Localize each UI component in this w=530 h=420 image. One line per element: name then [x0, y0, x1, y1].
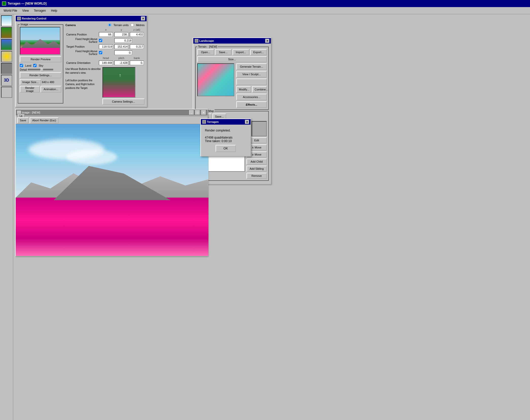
target-z-input[interactable]	[130, 44, 144, 49]
image-size-value: 640 x 480	[42, 81, 54, 84]
terrain-units-radio[interactable]	[108, 23, 111, 27]
landscape-close[interactable]: ✕	[265, 39, 269, 43]
rendering-control-titlebar: Rendering Control ✕	[16, 16, 147, 21]
cam-orientation-label: Camera Orientation	[65, 60, 98, 66]
image-group: Image Render Preview Land Sky Detail	[18, 24, 63, 104]
animation-button[interactable]: Animation...	[41, 86, 61, 92]
head-input[interactable]	[99, 61, 113, 65]
terrain-action-buttons: Generate Terrain... View / Sculpt... Mod…	[236, 63, 267, 108]
target-y-input[interactable]	[114, 44, 128, 49]
render-image-button[interactable]: Render Image	[20, 86, 40, 92]
ok-button[interactable]: OK	[216, 145, 236, 152]
image-win-close[interactable]: ✕	[201, 110, 206, 115]
rendering-control-title: Rendering Control	[22, 17, 46, 20]
fixed-height-2-label: Fixed Height Above Surface	[65, 49, 98, 56]
rendered-image	[16, 124, 208, 256]
modify-button[interactable]	[236, 79, 267, 85]
bank-input[interactable]	[130, 61, 144, 65]
fixed-height-2-checkbox[interactable]	[99, 51, 102, 54]
terrain-preview-image	[197, 63, 234, 96]
sidebar-map[interactable]	[1, 39, 12, 50]
remove-button[interactable]: Remove	[246, 173, 267, 179]
target-x-input[interactable]	[99, 44, 113, 49]
menu-help[interactable]: Help	[48, 8, 60, 13]
add-child-button[interactable]: Add Child	[246, 159, 267, 165]
accessories-button[interactable]: Accessories...	[236, 94, 267, 100]
view-sculpt-button[interactable]: View / Sculpt...	[236, 71, 267, 78]
sidebar-sun[interactable]	[1, 51, 12, 62]
pink-ground	[16, 198, 208, 256]
metres-label: Metres	[136, 24, 145, 27]
terragen-dialog-icon	[202, 120, 206, 124]
pitch-header: pitch	[114, 56, 129, 60]
camera-settings-table: x y z (alt) Camera Position Fixed Height…	[65, 28, 145, 66]
metres-radio[interactable]	[131, 23, 134, 27]
cam-y-input[interactable]	[114, 32, 128, 37]
abort-button[interactable]: Abort Render (Esc)	[30, 117, 59, 123]
sky-checkbox[interactable]	[33, 64, 37, 67]
cam-x-input[interactable]	[99, 32, 113, 37]
menu-view[interactable]: View	[20, 8, 31, 13]
terrain-open-button[interactable]: Open...	[197, 49, 214, 55]
detail-slider[interactable]	[28, 69, 53, 70]
sidebar-terrain[interactable]	[1, 27, 12, 38]
terragen-dialog-close[interactable]: ✕	[245, 120, 249, 124]
terrain-import-button[interactable]: Import...	[233, 49, 249, 55]
render-settings-button[interactable]: Render Settings...	[20, 72, 61, 78]
add-sibling-button[interactable]: Add Sibling	[246, 166, 267, 172]
combine-btn[interactable]: Combine...	[252, 86, 267, 93]
camera-settings-button[interactable]: Camera Settings...	[102, 99, 145, 105]
camera-group: Camera Terrain units Metres x y z (alt)	[65, 23, 145, 105]
fixed-height-1-checkbox[interactable]	[99, 39, 102, 42]
landscape-icon	[195, 39, 198, 43]
app-icon	[2, 2, 6, 6]
camera-group-label: Camera	[65, 24, 76, 27]
terrain-preview-section: Generate Terrain... View / Sculpt... Mod…	[197, 63, 267, 108]
save-button[interactable]: Save	[17, 117, 29, 123]
target-position-label: Target Position	[65, 44, 98, 49]
effects-button[interactable]: Effects...	[236, 101, 267, 108]
land-checkbox[interactable]	[20, 64, 23, 67]
sidebar-grey[interactable]	[1, 63, 12, 74]
cam-position-label: Camera Position	[65, 32, 98, 37]
image-group-label: Image	[20, 23, 29, 26]
z-header: z (alt)	[129, 28, 145, 32]
pitch-input[interactable]	[114, 61, 128, 65]
mouse-description: Use Mouse Buttons to describe the camera…	[65, 67, 101, 105]
terrain-save-button[interactable]: Save...	[215, 49, 232, 55]
image-size-button[interactable]: Image Size...	[20, 79, 41, 85]
menu-terragen[interactable]: Terragen	[31, 8, 48, 13]
menu-bar: World File View Terragen Help	[0, 7, 530, 14]
sky-label: Sky	[39, 64, 43, 67]
camera-view[interactable]: ↑	[102, 67, 135, 98]
render-preview-button[interactable]: Render Preview	[20, 56, 61, 62]
image-window-titlebar: Image - [NEW] _ □ ✕	[16, 109, 207, 116]
terrain-size-button[interactable]: Size...	[197, 56, 267, 62]
fixed-height-1-input[interactable]	[114, 38, 132, 43]
cam-z-input[interactable]	[130, 32, 144, 37]
image-win-minimize[interactable]: _	[189, 110, 194, 115]
cam-arrow-icon: ↑	[119, 73, 121, 78]
modify-btn[interactable]: Modify...	[236, 86, 251, 93]
head-header: head	[98, 56, 114, 60]
render-preview-image	[20, 27, 60, 55]
units-radio-group: Terrain units Metres	[108, 23, 145, 27]
image-win-maximize[interactable]: □	[195, 110, 200, 115]
rendering-control-window: Rendering Control ✕ Image Render Preview…	[15, 15, 147, 107]
terrain-group-label: Terrain - [NEW]	[197, 45, 218, 48]
menu-world-file[interactable]: World File	[1, 8, 20, 13]
left-sidebar: 3D	[0, 14, 13, 420]
sidebar-sky[interactable]	[1, 15, 12, 26]
clouds-layer-2	[66, 149, 117, 165]
fixed-height-2-input[interactable]	[114, 50, 132, 55]
generate-terrain-button[interactable]: Generate Terrain...	[236, 63, 267, 70]
rendering-control-icon	[17, 17, 21, 20]
terragen-dialog-title: Terragen	[207, 120, 219, 123]
render-complete-line2: 47498 quadrilaterals	[205, 136, 246, 139]
terrain-export-button[interactable]: Export...	[250, 49, 267, 55]
rendering-control-close[interactable]: ✕	[141, 16, 145, 21]
sidebar-camera[interactable]	[1, 87, 12, 98]
sidebar-3d[interactable]: 3D	[1, 75, 12, 86]
render-complete-message: Render completed. 47498 quadrilaterals T…	[205, 129, 246, 143]
image-toolbar: Save Abort Render (Esc)	[16, 117, 207, 124]
